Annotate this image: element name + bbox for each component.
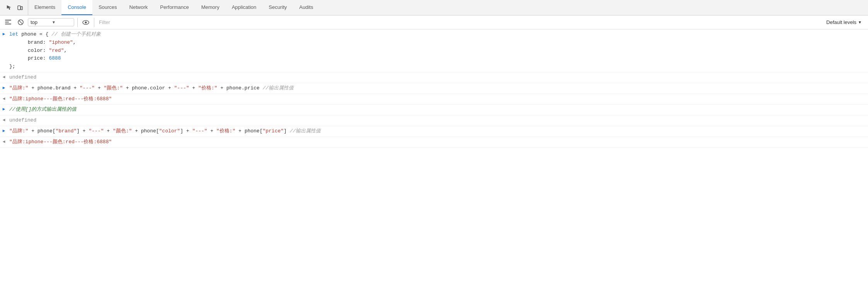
tab-application[interactable]: Application <box>226 0 263 15</box>
tab-audits[interactable]: Audits <box>293 0 319 15</box>
tab-memory[interactable]: Memory <box>195 0 226 15</box>
svg-rect-4 <box>5 24 11 24</box>
tab-elements[interactable]: Elements <box>28 0 61 15</box>
devtools-icons <box>2 0 28 15</box>
console-entry-3: ▶ "品牌:" + phone.brand + "---" + "颜色:" + … <box>0 83 868 94</box>
tab-list: Elements Console Sources Network Perform… <box>28 0 319 15</box>
result-arrow-6: ◀ <box>0 116 8 124</box>
console-result-6: undefined <box>8 116 868 125</box>
console-result-8: "品牌:iphone---颜色:red---价格:6888" <box>8 138 868 147</box>
console-entry-8: ◀ "品牌:iphone---颜色:red---价格:6888" <box>0 137 868 148</box>
result-arrow-4: ◀ <box>0 95 8 103</box>
tab-security[interactable]: Security <box>262 0 293 15</box>
svg-rect-2 <box>5 20 11 21</box>
live-expressions-icon[interactable] <box>81 17 91 27</box>
console-entry-5: ▶ //使用[]的方式输出属性的值 <box>0 105 868 115</box>
console-entry-4: ◀ "品牌:iphone---颜色:red---价格:6888" <box>0 94 868 105</box>
tab-network[interactable]: Network <box>123 0 154 15</box>
console-code-3: "品牌:" + phone.brand + "---" + "颜色:" + ph… <box>8 84 868 93</box>
svg-rect-0 <box>18 6 20 10</box>
console-code-7: "品牌:" + phone["brand"] + "---" + "颜色:" +… <box>8 127 868 136</box>
expand-arrow-7[interactable]: ▶ <box>0 127 8 135</box>
levels-dropdown-arrow: ▼ <box>858 20 862 24</box>
console-result-2: undefined <box>8 73 868 82</box>
expand-arrow-3[interactable]: ▶ <box>0 84 8 92</box>
console-code-5: //使用[]的方式输出属性的值 <box>8 105 868 114</box>
toolbar-divider-1 <box>77 18 78 27</box>
console-entry-2: ◀ undefined <box>0 72 868 83</box>
svg-rect-1 <box>21 7 22 10</box>
result-arrow-8: ◀ <box>0 138 8 146</box>
console-entry-6: ◀ undefined <box>0 115 868 126</box>
console-area: ▶ let phone = { // 创建一个手机对象 brand: "ipho… <box>0 29 868 148</box>
tab-console[interactable]: Console <box>61 0 92 15</box>
console-entry-7: ▶ "品牌:" + phone["brand"] + "---" + "颜色:"… <box>0 126 868 137</box>
filter-input[interactable] <box>97 19 821 26</box>
svg-rect-3 <box>5 22 9 22</box>
result-arrow-2: ◀ <box>0 73 8 81</box>
inspect-element-icon[interactable] <box>5 3 14 12</box>
console-result-4: "品牌:iphone---颜色:red---价格:6888" <box>8 95 868 104</box>
context-selector[interactable]: top ▼ <box>28 18 74 26</box>
console-toolbar: top ▼ Default levels ▼ <box>0 15 868 29</box>
tab-bar: Elements Console Sources Network Perform… <box>0 0 868 15</box>
svg-point-8 <box>85 21 87 23</box>
context-dropdown-arrow: ▼ <box>52 20 71 24</box>
svg-line-6 <box>19 21 22 24</box>
expand-arrow-5[interactable]: ▶ <box>0 105 8 113</box>
log-levels-dropdown[interactable]: Default levels ▼ <box>823 19 865 26</box>
tab-sources[interactable]: Sources <box>92 0 123 15</box>
console-entry-1: ▶ let phone = { // 创建一个手机对象 brand: "ipho… <box>0 29 868 72</box>
device-toolbar-icon[interactable] <box>15 3 25 12</box>
expand-arrow-1[interactable]: ▶ <box>0 30 8 38</box>
toolbar-divider-2 <box>94 18 94 27</box>
clear-console-icon[interactable] <box>15 17 26 27</box>
console-code-1: let phone = { // 创建一个手机对象 brand: "iphone… <box>8 30 868 71</box>
show-console-drawer-icon[interactable] <box>3 17 13 27</box>
tab-performance[interactable]: Performance <box>154 0 195 15</box>
